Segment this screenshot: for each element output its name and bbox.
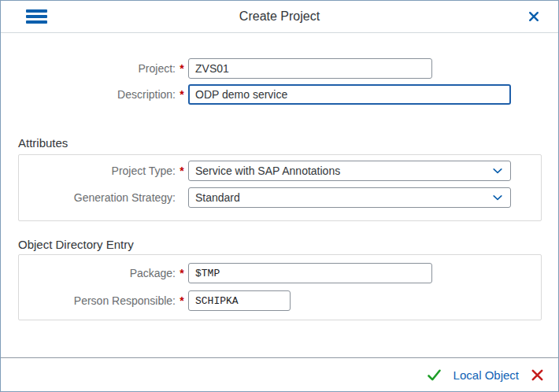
dialog-title-bar: Create Project [1, 1, 558, 33]
dialog-title: Create Project [239, 9, 320, 24]
close-button[interactable] [528, 11, 539, 22]
package-row: Package: * [20, 263, 541, 283]
required-marker: * [176, 267, 188, 279]
project-type-label: Project Type: [20, 165, 176, 177]
required-marker: * [176, 294, 188, 307]
project-type-select[interactable]: Service with SAP Annotations [188, 161, 511, 181]
person-responsible-input[interactable] [188, 290, 291, 311]
attributes-section-heading: Attributes [18, 136, 558, 150]
project-label: Project: [20, 62, 176, 75]
required-marker: * [176, 165, 188, 177]
generation-strategy-label: Generation Strategy: [20, 191, 176, 204]
chevron-down-icon [491, 191, 504, 204]
required-marker: * [176, 88, 188, 101]
object-directory-section-box: Package: * Person Responsible: * [18, 254, 542, 320]
person-responsible-row: Person Responsible: * [20, 290, 541, 311]
package-input[interactable] [188, 263, 432, 283]
generation-strategy-value: Standard [195, 191, 240, 204]
project-input[interactable] [188, 58, 432, 79]
attributes-section-box: Project Type: * Service with SAP Annotat… [18, 154, 542, 221]
description-label: Description: [20, 88, 176, 101]
dialog-footer: Local Object [1, 357, 558, 391]
required-marker: * [176, 62, 188, 75]
description-row: Description: * [20, 84, 558, 105]
menu-button[interactable] [26, 9, 47, 24]
description-input[interactable] [188, 84, 511, 105]
project-row: Project: * [20, 58, 558, 79]
object-directory-section-heading: Object Directory Entry [18, 238, 558, 251]
close-icon [528, 11, 539, 22]
project-type-value: Service with SAP Annotations [195, 165, 340, 177]
project-type-row: Project Type: * Service with SAP Annotat… [20, 161, 541, 181]
check-icon [427, 368, 442, 382]
create-project-dialog: Create Project Project: * Description: *… [0, 0, 559, 392]
generation-strategy-select[interactable]: Standard [188, 187, 511, 208]
person-responsible-label: Person Responsible: [20, 294, 176, 307]
package-label: Package: [20, 267, 176, 279]
local-object-link[interactable]: Local Object [453, 368, 519, 382]
hamburger-menu-icon [26, 9, 47, 13]
chevron-down-icon [491, 165, 504, 177]
cancel-button[interactable] [531, 368, 544, 382]
confirm-button[interactable] [427, 368, 442, 382]
x-icon [531, 368, 544, 382]
generation-strategy-row: Generation Strategy: Standard [20, 187, 541, 208]
